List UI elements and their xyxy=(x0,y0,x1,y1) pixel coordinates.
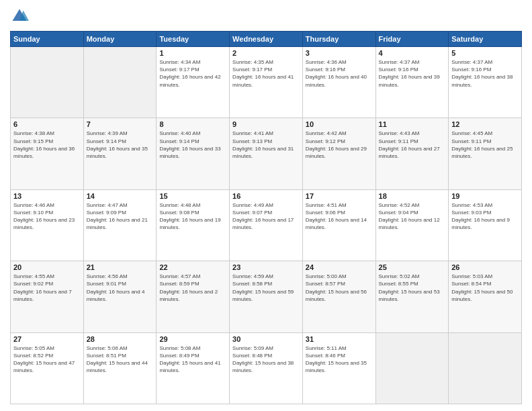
day-number: 30 xyxy=(232,335,300,343)
calendar-cell: 30Sunrise: 5:09 AMSunset: 8:48 PMDayligh… xyxy=(230,332,303,404)
weekday-header-thursday: Thursday xyxy=(302,32,375,47)
calendar-week-3: 13Sunrise: 4:46 AMSunset: 9:10 PMDayligh… xyxy=(11,189,522,261)
calendar-cell: 5Sunrise: 4:37 AMSunset: 9:16 PMDaylight… xyxy=(449,47,522,118)
day-info: Sunrise: 4:37 AMSunset: 9:16 PMDaylight:… xyxy=(379,58,446,89)
calendar-cell xyxy=(449,332,522,404)
day-number: 6 xyxy=(13,120,81,128)
day-number: 18 xyxy=(379,192,446,200)
day-number: 13 xyxy=(13,192,81,200)
day-number: 3 xyxy=(306,49,373,57)
calendar-cell: 8Sunrise: 4:40 AMSunset: 9:14 PMDaylight… xyxy=(157,118,230,189)
day-number: 14 xyxy=(87,192,154,200)
calendar-cell: 1Sunrise: 4:34 AMSunset: 9:17 PMDaylight… xyxy=(157,47,230,118)
day-number: 24 xyxy=(306,263,373,271)
calendar-cell: 16Sunrise: 4:49 AMSunset: 9:07 PMDayligh… xyxy=(230,189,303,261)
calendar-cell: 29Sunrise: 5:08 AMSunset: 8:49 PMDayligh… xyxy=(157,332,230,404)
day-number: 10 xyxy=(306,120,373,128)
day-number: 11 xyxy=(379,120,446,128)
calendar-cell: 2Sunrise: 4:35 AMSunset: 9:17 PMDaylight… xyxy=(230,47,303,118)
logo xyxy=(10,7,32,26)
day-info: Sunrise: 4:56 AMSunset: 9:01 PMDaylight:… xyxy=(87,273,154,303)
weekday-header-sunday: Sunday xyxy=(11,32,84,47)
logo-icon xyxy=(10,7,29,26)
calendar-cell: 24Sunrise: 5:00 AMSunset: 8:57 PMDayligh… xyxy=(302,261,375,332)
day-info: Sunrise: 4:59 AMSunset: 8:58 PMDaylight:… xyxy=(232,273,300,303)
calendar-cell: 14Sunrise: 4:47 AMSunset: 9:09 PMDayligh… xyxy=(83,189,157,261)
calendar-cell: 26Sunrise: 5:03 AMSunset: 8:54 PMDayligh… xyxy=(449,261,522,332)
day-number: 16 xyxy=(232,192,300,200)
day-info: Sunrise: 4:49 AMSunset: 9:07 PMDaylight:… xyxy=(232,201,300,232)
calendar-cell: 15Sunrise: 4:48 AMSunset: 9:08 PMDayligh… xyxy=(157,189,230,261)
calendar-cell: 23Sunrise: 4:59 AMSunset: 8:58 PMDayligh… xyxy=(230,261,303,332)
page: SundayMondayTuesdayWednesdayThursdayFrid… xyxy=(0,0,532,411)
calendar-cell: 3Sunrise: 4:36 AMSunset: 9:16 PMDaylight… xyxy=(302,47,375,118)
calendar-cell: 22Sunrise: 4:57 AMSunset: 8:59 PMDayligh… xyxy=(157,261,230,332)
day-info: Sunrise: 5:05 AMSunset: 8:52 PMDaylight:… xyxy=(13,345,81,375)
day-number: 17 xyxy=(306,192,373,200)
day-number: 5 xyxy=(451,49,519,57)
day-number: 27 xyxy=(13,335,81,343)
calendar-cell: 19Sunrise: 4:53 AMSunset: 9:03 PMDayligh… xyxy=(449,189,522,261)
calendar-cell: 13Sunrise: 4:46 AMSunset: 9:10 PMDayligh… xyxy=(11,189,84,261)
day-info: Sunrise: 5:00 AMSunset: 8:57 PMDaylight:… xyxy=(306,273,373,303)
calendar-cell: 25Sunrise: 5:02 AMSunset: 8:55 PMDayligh… xyxy=(375,261,449,332)
day-number: 1 xyxy=(159,49,226,57)
day-number: 7 xyxy=(87,120,154,128)
calendar-cell xyxy=(83,47,157,118)
day-number: 29 xyxy=(159,335,226,343)
calendar-cell xyxy=(11,47,84,118)
day-info: Sunrise: 4:45 AMSunset: 9:11 PMDaylight:… xyxy=(451,130,519,160)
day-number: 25 xyxy=(379,263,446,271)
calendar-cell: 12Sunrise: 4:45 AMSunset: 9:11 PMDayligh… xyxy=(449,118,522,189)
calendar-week-1: 1Sunrise: 4:34 AMSunset: 9:17 PMDaylight… xyxy=(11,47,522,118)
calendar-week-2: 6Sunrise: 4:38 AMSunset: 9:15 PMDaylight… xyxy=(11,118,522,189)
day-number: 15 xyxy=(159,192,226,200)
weekday-header-saturday: Saturday xyxy=(449,32,522,47)
day-info: Sunrise: 4:52 AMSunset: 9:04 PMDaylight:… xyxy=(379,201,446,232)
day-info: Sunrise: 4:42 AMSunset: 9:12 PMDaylight:… xyxy=(306,130,373,160)
day-info: Sunrise: 4:41 AMSunset: 9:13 PMDaylight:… xyxy=(232,130,300,160)
day-info: Sunrise: 5:02 AMSunset: 8:55 PMDaylight:… xyxy=(379,273,446,303)
calendar-cell: 7Sunrise: 4:39 AMSunset: 9:14 PMDaylight… xyxy=(83,118,157,189)
day-number: 19 xyxy=(451,192,519,200)
day-info: Sunrise: 4:34 AMSunset: 9:17 PMDaylight:… xyxy=(159,58,226,89)
day-info: Sunrise: 5:11 AMSunset: 8:46 PMDaylight:… xyxy=(306,345,373,375)
calendar-week-4: 20Sunrise: 4:55 AMSunset: 9:02 PMDayligh… xyxy=(11,261,522,332)
day-number: 22 xyxy=(159,263,226,271)
day-info: Sunrise: 4:43 AMSunset: 9:11 PMDaylight:… xyxy=(379,130,446,160)
day-number: 20 xyxy=(13,263,81,271)
calendar-cell: 27Sunrise: 5:05 AMSunset: 8:52 PMDayligh… xyxy=(11,332,84,404)
weekday-header-monday: Monday xyxy=(83,32,157,47)
weekday-header-friday: Friday xyxy=(375,32,449,47)
calendar-cell xyxy=(375,332,449,404)
day-number: 9 xyxy=(232,120,300,128)
day-number: 2 xyxy=(232,49,300,57)
day-info: Sunrise: 5:09 AMSunset: 8:48 PMDaylight:… xyxy=(232,345,300,375)
day-info: Sunrise: 4:39 AMSunset: 9:14 PMDaylight:… xyxy=(87,130,154,160)
weekday-header-wednesday: Wednesday xyxy=(230,32,303,47)
day-info: Sunrise: 4:57 AMSunset: 8:59 PMDaylight:… xyxy=(159,273,226,303)
day-number: 4 xyxy=(379,49,446,57)
day-info: Sunrise: 4:46 AMSunset: 9:10 PMDaylight:… xyxy=(13,201,81,232)
calendar-cell: 10Sunrise: 4:42 AMSunset: 9:12 PMDayligh… xyxy=(302,118,375,189)
day-info: Sunrise: 4:36 AMSunset: 9:16 PMDaylight:… xyxy=(306,58,373,89)
calendar-cell: 28Sunrise: 5:06 AMSunset: 8:51 PMDayligh… xyxy=(83,332,157,404)
day-number: 28 xyxy=(87,335,154,343)
day-info: Sunrise: 4:40 AMSunset: 9:14 PMDaylight:… xyxy=(159,130,226,160)
day-number: 12 xyxy=(451,120,519,128)
day-info: Sunrise: 5:08 AMSunset: 8:49 PMDaylight:… xyxy=(159,345,226,375)
day-info: Sunrise: 4:47 AMSunset: 9:09 PMDaylight:… xyxy=(87,201,154,232)
day-info: Sunrise: 4:53 AMSunset: 9:03 PMDaylight:… xyxy=(451,201,519,232)
calendar-cell: 21Sunrise: 4:56 AMSunset: 9:01 PMDayligh… xyxy=(83,261,157,332)
calendar-table: SundayMondayTuesdayWednesdayThursdayFrid… xyxy=(10,31,522,404)
calendar-cell: 6Sunrise: 4:38 AMSunset: 9:15 PMDaylight… xyxy=(11,118,84,189)
calendar-cell: 9Sunrise: 4:41 AMSunset: 9:13 PMDaylight… xyxy=(230,118,303,189)
calendar-cell: 11Sunrise: 4:43 AMSunset: 9:11 PMDayligh… xyxy=(375,118,449,189)
day-info: Sunrise: 4:38 AMSunset: 9:15 PMDaylight:… xyxy=(13,130,81,160)
calendar-cell: 4Sunrise: 4:37 AMSunset: 9:16 PMDaylight… xyxy=(375,47,449,118)
day-number: 21 xyxy=(87,263,154,271)
calendar-cell: 31Sunrise: 5:11 AMSunset: 8:46 PMDayligh… xyxy=(302,332,375,404)
day-info: Sunrise: 4:35 AMSunset: 9:17 PMDaylight:… xyxy=(232,58,300,89)
day-number: 23 xyxy=(232,263,300,271)
day-info: Sunrise: 5:06 AMSunset: 8:51 PMDaylight:… xyxy=(87,345,154,375)
